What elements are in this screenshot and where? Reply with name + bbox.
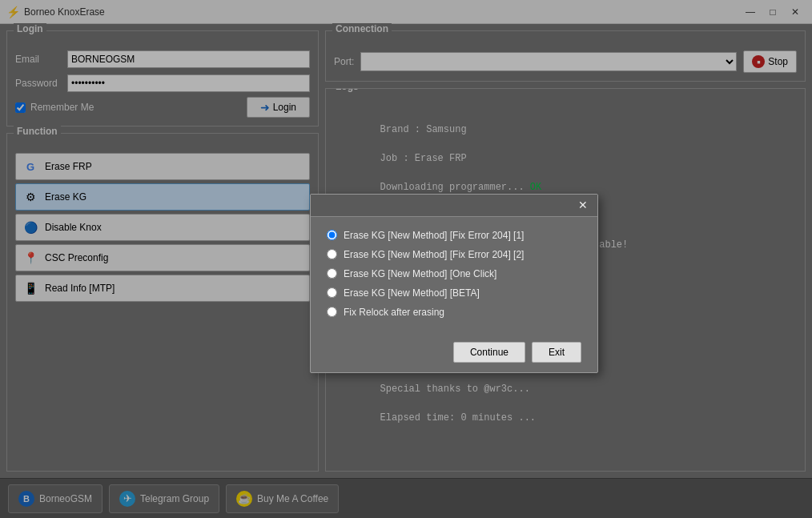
exit-button[interactable]: Exit (532, 342, 581, 363)
continue-button[interactable]: Continue (453, 342, 525, 363)
modal-dialog: ✕ Erase KG [New Method] [Fix Error 204] … (310, 194, 598, 373)
modal-overlay: ✕ Erase KG [New Method] [Fix Error 204] … (0, 0, 812, 518)
radio-input-1[interactable] (327, 230, 337, 240)
radio-input-3[interactable] (327, 268, 337, 279)
radio-option-4: Erase KG [New Method] [BETA] (327, 287, 581, 299)
radio-option-2: Erase KG [New Method] [Fix Error 204] [2… (327, 249, 581, 260)
radio-option-3: Erase KG [New Method] [One Click] (327, 268, 581, 279)
modal-title-bar: ✕ (311, 195, 597, 217)
radio-input-2[interactable] (327, 249, 337, 259)
radio-input-4[interactable] (327, 287, 337, 298)
radio-option-5: Fix Relock after erasing (327, 307, 581, 318)
radio-input-5[interactable] (327, 307, 337, 317)
modal-close-button[interactable]: ✕ (575, 197, 591, 213)
modal-footer: Continue Exit (311, 335, 597, 372)
radio-option-1: Erase KG [New Method] [Fix Error 204] [1… (327, 230, 581, 241)
modal-body: Erase KG [New Method] [Fix Error 204] [1… (311, 217, 597, 335)
